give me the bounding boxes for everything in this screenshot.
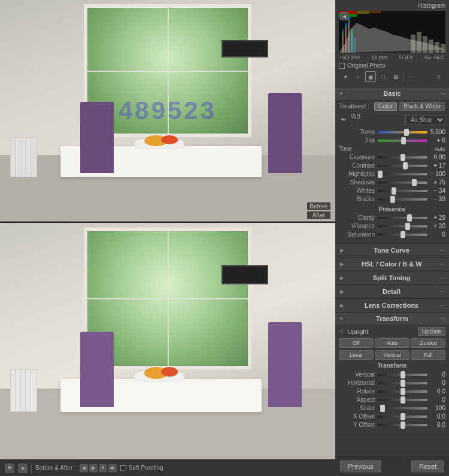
vertical-thumb[interactable]	[401, 371, 405, 378]
highlights-track[interactable]	[378, 173, 427, 175]
arrow-left-btn[interactable]: ◀	[80, 464, 88, 472]
arrow-swap-btn[interactable]: ⇄	[108, 464, 117, 472]
scale-track[interactable]	[378, 407, 427, 410]
star-icon[interactable]: ★	[18, 463, 28, 473]
color-btn[interactable]: Color	[374, 102, 397, 111]
exposure-value: 0.00	[427, 154, 445, 160]
full-btn[interactable]: Full	[411, 350, 445, 360]
transform-section: ▼ Transform ⋯ ⊹ Upright Update Off Auto	[335, 313, 449, 434]
soft-proofing-checkbox[interactable]	[120, 465, 126, 471]
y-offset-track[interactable]	[378, 424, 427, 426]
level-btn[interactable]: Level	[339, 350, 374, 360]
vertical-label: Vertical	[339, 371, 378, 378]
temp-thumb[interactable]	[404, 129, 409, 136]
vibrance-track[interactable]	[378, 225, 427, 228]
tone-curve-section[interactable]: ▶ Tone Curve ⋯	[335, 244, 449, 257]
tint-slider-row: Tint + 6	[339, 137, 445, 144]
transform-subtitle: Transform	[339, 362, 445, 369]
previous-btn[interactable]: Previous	[340, 460, 381, 472]
lens-corrections-section[interactable]: ▶ Lens Corrections ⋯	[335, 299, 449, 313]
contrast-track[interactable]	[378, 165, 427, 167]
develop-module-icon[interactable]: ⋯	[405, 71, 416, 82]
basic-menu-icon[interactable]: ⋯	[441, 91, 445, 96]
upright-btns-row2: Level Vertical Full	[339, 350, 445, 360]
x-offset-thumb[interactable]	[401, 413, 405, 420]
lens-corrections-menu: ⋯	[439, 303, 444, 308]
wb-select[interactable]: As Shot Auto Daylight Cloudy Custom	[405, 115, 445, 125]
rotate-thumb[interactable]	[401, 388, 405, 395]
blacks-label: Blacks	[339, 196, 378, 202]
blacks-thumb[interactable]	[390, 196, 395, 203]
exposure-thumb[interactable]	[401, 154, 405, 161]
off-btn[interactable]: Off	[339, 338, 374, 348]
tint-thumb[interactable]	[401, 137, 406, 144]
clarity-value: + 29	[427, 214, 445, 221]
reset-btn[interactable]: Reset	[411, 460, 444, 472]
scale-thumb[interactable]	[380, 405, 385, 412]
y-offset-thumb[interactable]	[401, 422, 405, 429]
exposure-track[interactable]	[378, 156, 427, 159]
aspect-track[interactable]	[378, 399, 427, 401]
tone-curve-title: Tone Curve	[374, 247, 409, 254]
tint-track[interactable]	[378, 140, 427, 142]
vertical-track[interactable]	[378, 374, 427, 376]
vibrance-thumb[interactable]	[405, 223, 410, 230]
grad-tool-icon[interactable]: ⊠	[390, 71, 401, 82]
svg-rect-23	[441, 44, 445, 53]
aspect-label: Aspect	[339, 396, 378, 403]
auto-btn[interactable]: Auto	[434, 146, 445, 152]
after-label: After	[307, 211, 330, 219]
camera-info: ISO 200 18 mm f / 8.0 ¹⁄₁₆ SEC	[339, 54, 445, 60]
hsl-title: HSL / Color / B & W	[361, 260, 421, 268]
split-toning-section[interactable]: ▶ Split Toning ⋯	[335, 271, 449, 285]
arrow-down-btn[interactable]: ▼	[99, 464, 107, 472]
aspect-thumb[interactable]	[401, 396, 405, 404]
rotate-slider-row: Rotate 0.0	[339, 388, 445, 395]
whites-thumb[interactable]	[392, 187, 396, 195]
saturation-thumb[interactable]	[401, 231, 405, 238]
x-offset-label: X Offset	[339, 413, 378, 420]
temp-slider-row: Temp 5,600	[339, 129, 445, 135]
vibrance-value: + 20	[427, 223, 445, 229]
update-btn[interactable]: Update	[418, 327, 445, 336]
radial-tool-icon[interactable]: ◉	[365, 71, 376, 82]
highlights-thumb[interactable]	[378, 171, 383, 178]
move-icon: ⊹	[339, 328, 345, 336]
wb-eyedropper[interactable]: ✒	[339, 115, 348, 125]
brush-tool-icon[interactable]: □	[378, 71, 389, 82]
basic-section-header[interactable]: ▼ Basic ⋯	[335, 87, 449, 99]
original-photo-checkbox[interactable]	[339, 63, 345, 69]
temp-track[interactable]	[378, 131, 427, 134]
blacks-slider-row: Blacks − 39	[339, 196, 445, 202]
auto-upright-btn[interactable]: Auto	[375, 338, 409, 348]
shadows-track[interactable]	[378, 181, 427, 184]
whites-track[interactable]	[378, 190, 427, 192]
detail-section[interactable]: ▶ Detail ⋯	[335, 285, 449, 299]
shadows-thumb[interactable]	[412, 179, 417, 186]
split-toning-menu: ⋯	[439, 275, 444, 281]
saturation-track[interactable]	[378, 234, 427, 236]
vertical-btn[interactable]: Vertical	[375, 350, 409, 360]
hsl-section[interactable]: ▶ HSL / Color / B & W ⋯	[335, 257, 449, 271]
flag-icon[interactable]: ⚑	[5, 463, 14, 473]
guided-btn[interactable]: Guided	[411, 338, 445, 348]
contrast-thumb[interactable]	[403, 162, 408, 169]
x-offset-track[interactable]	[378, 416, 427, 418]
clarity-thumb[interactable]	[407, 214, 412, 222]
horizontal-thumb[interactable]	[401, 380, 405, 387]
transform-menu-icon[interactable]: ⋯	[441, 316, 445, 322]
contrast-label: Contrast	[339, 162, 378, 169]
crop-tool-icon[interactable]: ✦	[340, 71, 351, 82]
transform-section-header[interactable]: ▼ Transform ⋯	[335, 313, 449, 325]
rotate-track[interactable]	[378, 390, 427, 393]
settings-icon[interactable]: ≡	[433, 71, 444, 82]
heal-tool-icon[interactable]: ○	[353, 71, 363, 82]
horizontal-track[interactable]	[378, 382, 427, 384]
bw-btn[interactable]: Black & White	[399, 102, 445, 111]
blacks-track[interactable]	[378, 198, 427, 201]
clarity-track[interactable]	[378, 217, 427, 219]
saturation-value: 0	[427, 231, 445, 238]
photo-labels: Before After	[307, 202, 330, 219]
histogram-collapse-btn[interactable]: ◀	[340, 12, 348, 20]
arrow-right-btn[interactable]: ▶	[89, 464, 98, 472]
